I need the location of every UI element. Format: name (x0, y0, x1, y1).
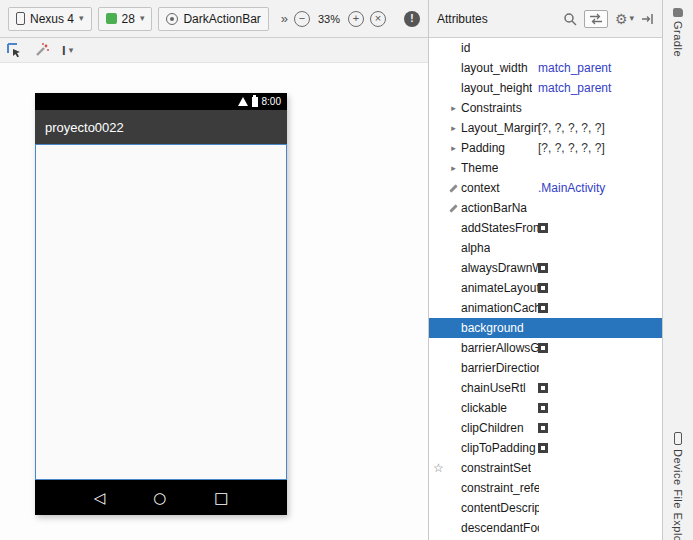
flag-picker-icon[interactable] (538, 283, 548, 293)
attribute-row[interactable]: barrierAllowsG (429, 338, 662, 358)
flag-picker-icon[interactable] (538, 223, 548, 233)
flag-picker-icon[interactable] (538, 383, 548, 393)
attribute-value[interactable]: match_parent (538, 78, 611, 98)
api-level-selector[interactable]: 28 ▾ (98, 7, 153, 31)
attribute-name: clickable (461, 398, 507, 418)
attribute-value[interactable]: .MainActivity (538, 178, 605, 198)
row-lead-icon (447, 258, 460, 278)
attribute-row[interactable]: addStatesFrom (429, 218, 662, 238)
device-file-explorer-label: Device File Explo (672, 449, 684, 540)
magic-wand-button[interactable] (34, 42, 50, 58)
chevron-icon (447, 158, 460, 178)
attribute-name: barrierAllowsG (461, 338, 539, 358)
nav-home-icon: ○ (153, 489, 166, 507)
api-level-icon (106, 13, 117, 24)
hide-panel-button[interactable] (641, 13, 654, 25)
attribute-name: alpha (461, 238, 490, 258)
attributes-list: id layout_width match_parent layout_heig… (429, 38, 662, 540)
zoom-in-button[interactable]: + (348, 11, 364, 27)
attributes-header: Attributes ⚙ ▾ (429, 0, 662, 38)
chevron-down-icon: ▾ (140, 14, 145, 23)
attribute-name: context (461, 178, 500, 198)
theme-selector[interactable]: DarkActionBar (158, 7, 268, 31)
design-toolbar: Nexus 4 ▾ 28 ▾ DarkActionBar » − 33% + ×… (0, 0, 428, 38)
row-lead-icon (447, 38, 460, 58)
attribute-row[interactable]: background (429, 318, 662, 338)
attribute-row[interactable]: constraintSet (429, 458, 662, 478)
right-tool-strip: Gradle Device File Explo (662, 0, 693, 540)
attribute-row[interactable]: chainUseRtl (429, 378, 662, 398)
flag-picker-icon[interactable] (538, 403, 548, 413)
row-lead-icon (447, 438, 460, 458)
chevron-icon (447, 98, 460, 118)
gradle-tool-label: Gradle (672, 21, 684, 57)
row-lead-icon (447, 338, 460, 358)
attribute-name: chainUseRtl (461, 378, 526, 398)
row-lead-icon (447, 398, 460, 418)
attribute-row[interactable]: clipChildren (429, 418, 662, 438)
toggle-view-mode-button[interactable] (584, 10, 608, 28)
search-button[interactable] (563, 12, 577, 26)
chevron-down-icon: ▾ (629, 14, 634, 23)
device-file-explorer-icon (674, 432, 682, 445)
attribute-row[interactable]: animationCach (429, 298, 662, 318)
design-canvas[interactable]: 8:00 proyecto0022 ◁ ○ □ (0, 63, 428, 540)
attribute-row[interactable]: clipToPadding (429, 438, 662, 458)
flag-picker-icon[interactable] (538, 423, 548, 433)
select-tool-button[interactable] (6, 42, 22, 58)
row-lead-icon (447, 518, 460, 538)
attribute-name: barrierDirectior (461, 358, 539, 378)
attribute-row[interactable]: alpha (429, 238, 662, 258)
attribute-name: clipToPadding (461, 438, 536, 458)
device-file-explorer-tool-button[interactable]: Device File Explo (663, 432, 693, 540)
attribute-row[interactable]: id (429, 38, 662, 58)
gradle-tool-button[interactable]: Gradle (663, 8, 693, 57)
attribute-row[interactable]: alwaysDrawnW (429, 258, 662, 278)
attribute-name: Padding (461, 138, 505, 158)
flag-picker-icon[interactable] (538, 303, 548, 313)
constraint-layout-root[interactable] (35, 144, 287, 480)
attribute-row[interactable]: Constraints (429, 98, 662, 118)
attribute-value[interactable]: match_parent (538, 58, 611, 78)
attribute-value[interactable]: [?, ?, ?, ?, ?] (538, 138, 605, 158)
attribute-row[interactable]: layout_width match_parent (429, 58, 662, 78)
attribute-row[interactable]: Padding [?, ?, ?, ?, ?] (429, 138, 662, 158)
flag-picker-icon[interactable] (538, 343, 548, 353)
attribute-row[interactable]: Layout_Margin [?, ?, ?, ?, ?] (429, 118, 662, 138)
wrench-icon (447, 178, 460, 198)
device-selector[interactable]: Nexus 4 ▾ (8, 7, 92, 31)
attribute-row[interactable]: layout_height match_parent (429, 78, 662, 98)
attribute-name: descendantFoc (461, 518, 539, 538)
zoom-reset-button[interactable]: × (370, 11, 386, 27)
attribute-row[interactable]: context .MainActivity (429, 178, 662, 198)
attribute-row[interactable]: constraint_refe (429, 478, 662, 498)
attribute-name: Constraints (461, 98, 522, 118)
app-title: proyecto0022 (45, 120, 124, 135)
theme-icon (166, 13, 178, 25)
row-lead-icon (447, 378, 460, 398)
preview-action-bar: proyecto0022 (35, 110, 287, 144)
attribute-name: background (461, 318, 524, 338)
panel-settings-button[interactable]: ⚙ ▾ (615, 11, 634, 27)
magic-wand-icon (34, 42, 50, 58)
text-view-options-button[interactable]: I ▾ (62, 43, 73, 58)
flag-picker-icon[interactable] (538, 443, 548, 453)
attribute-row[interactable]: barrierDirectior (429, 358, 662, 378)
attribute-row[interactable]: animateLayout (429, 278, 662, 298)
render-issues-button[interactable]: ! (404, 11, 420, 27)
star-icon (432, 458, 445, 478)
zoom-out-button[interactable]: − (294, 11, 310, 27)
flag-picker-icon[interactable] (538, 263, 548, 273)
attribute-row[interactable]: Theme (429, 158, 662, 178)
attribute-row[interactable]: contentDescrip (429, 498, 662, 518)
attribute-value[interactable]: [?, ?, ?, ?, ?] (538, 118, 605, 138)
attribute-row[interactable]: clickable (429, 398, 662, 418)
zoom-level: 33% (316, 13, 342, 25)
device-selector-label: Nexus 4 (30, 12, 74, 26)
attribute-row[interactable]: actionBarNa (429, 198, 662, 218)
attribute-row[interactable]: descendantFoc (429, 518, 662, 538)
attribute-name: Theme (461, 158, 498, 178)
device-preview[interactable]: 8:00 proyecto0022 ◁ ○ □ (35, 93, 287, 515)
attribute-name: clipChildren (461, 418, 524, 438)
toolbar-overflow-chevrons[interactable]: » (281, 11, 288, 26)
